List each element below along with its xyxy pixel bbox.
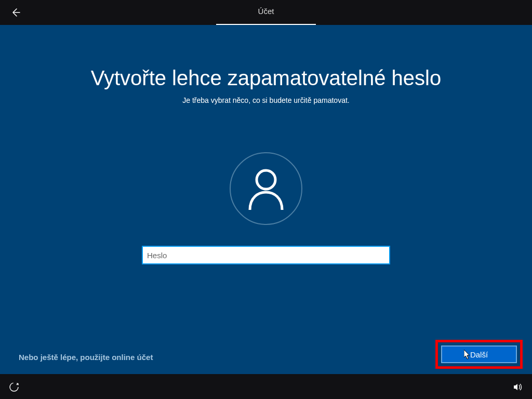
next-button-highlight: Další — [435, 340, 523, 369]
bottombar — [0, 374, 532, 399]
speaker-icon — [513, 382, 523, 392]
ease-of-access-icon — [9, 382, 19, 392]
svg-point-0 — [257, 170, 275, 189]
back-button[interactable] — [9, 6, 22, 19]
cursor-icon — [464, 350, 471, 360]
next-button[interactable]: Další — [441, 345, 517, 363]
password-input[interactable] — [142, 246, 390, 264]
volume-button[interactable] — [512, 381, 524, 393]
main-content: Vytvořte lehce zapamatovatelné heslo Je … — [0, 25, 532, 374]
next-button-label: Další — [470, 350, 488, 359]
page-title: Vytvořte lehce zapamatovatelné heslo — [91, 66, 441, 90]
ease-of-access-button[interactable] — [8, 381, 20, 393]
avatar-placeholder — [230, 152, 302, 225]
page-subtitle: Je třeba vybrat něco, co si budete určit… — [182, 96, 349, 104]
use-online-account-link[interactable]: Nebo ještě lépe, použijte online účet — [19, 353, 153, 362]
person-icon — [246, 167, 286, 210]
titlebar: Účet — [0, 0, 532, 25]
back-arrow-icon — [10, 7, 21, 18]
tab-account[interactable]: Účet — [216, 0, 316, 25]
